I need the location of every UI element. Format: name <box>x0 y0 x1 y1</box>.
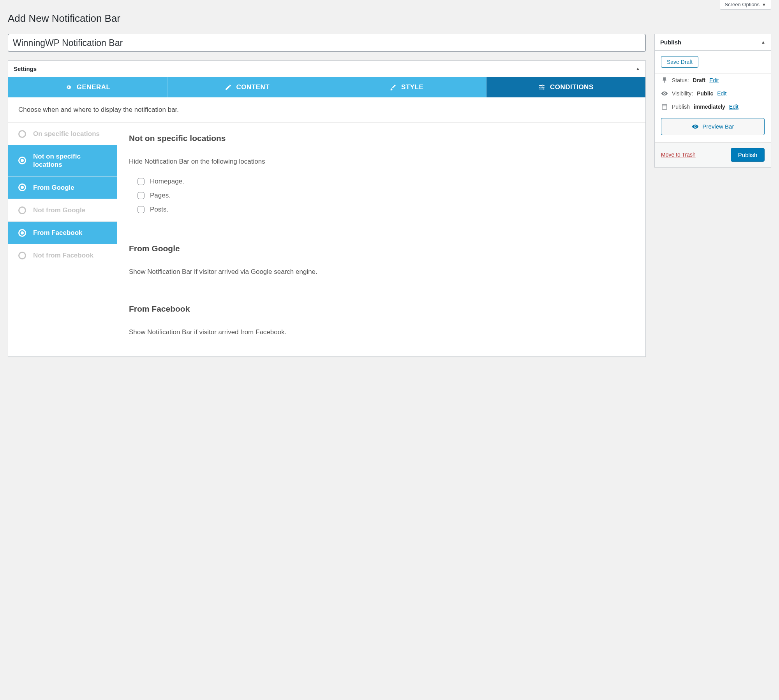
calendar-icon <box>661 103 668 110</box>
sidebar-item-from-facebook[interactable]: From Facebook <box>8 222 117 244</box>
section-heading: From Facebook <box>129 304 634 314</box>
preview-bar-label: Preview Bar <box>703 123 734 130</box>
eye-icon <box>661 90 668 97</box>
sidebar-item-label: Not from Google <box>33 206 85 214</box>
sidebar-item-not-on-locations[interactable]: Not on specific locations <box>8 145 117 176</box>
conditions-intro: Choose when and where to display the not… <box>8 97 645 123</box>
visibility-value: Public <box>697 90 713 97</box>
settings-panel-title: Settings <box>14 65 37 72</box>
chevron-down-icon: ▼ <box>762 2 766 7</box>
tab-conditions[interactable]: CONDITIONS <box>486 77 645 97</box>
checkbox-posts[interactable] <box>137 206 145 213</box>
tab-style[interactable]: STYLE <box>327 77 486 97</box>
eye-icon <box>692 123 699 130</box>
section-desc: Show Notification Bar if visitor arrived… <box>129 266 634 277</box>
tab-style-label: STYLE <box>401 83 423 91</box>
section-not-on-locations: Not on specific locations Hide Notificat… <box>129 134 634 217</box>
gear-icon <box>65 84 72 91</box>
radio-icon <box>18 252 26 259</box>
checkbox-homepage[interactable] <box>137 178 145 185</box>
edit-visibility-link[interactable]: Edit <box>717 90 726 97</box>
radio-icon <box>18 157 26 164</box>
move-to-trash-link[interactable]: Move to Trash <box>661 152 726 158</box>
collapse-icon: ▲ <box>761 40 765 44</box>
section-heading: From Google <box>129 244 634 253</box>
sidebar-item-label: On specific locations <box>33 130 100 138</box>
edit-schedule-link[interactable]: Edit <box>729 104 738 110</box>
sidebar-item-not-from-google[interactable]: Not from Google <box>8 199 117 222</box>
section-from-google: From Google Show Notification Bar if vis… <box>129 244 634 277</box>
publish-panel: Publish ▲ Save Draft Status: Draft Edit … <box>654 34 771 168</box>
section-desc: Show Notification Bar if visitor arrived… <box>129 327 634 337</box>
preview-bar-button[interactable]: Preview Bar <box>661 118 765 135</box>
tab-general[interactable]: GENERAL <box>8 77 167 97</box>
sidebar-item-label: Not from Facebook <box>33 251 93 259</box>
screen-options-button[interactable]: Screen Options ▼ <box>720 0 772 10</box>
radio-icon <box>18 183 26 191</box>
tab-content-label: CONTENT <box>236 83 270 91</box>
post-title-input[interactable] <box>8 34 646 52</box>
pencil-icon <box>225 84 232 91</box>
page-title: Add New Notification Bar <box>8 12 771 25</box>
sliders-icon <box>538 84 545 91</box>
sidebar-item-label: From Facebook <box>33 229 83 237</box>
sidebar-item-not-from-facebook[interactable]: Not from Facebook <box>8 244 117 267</box>
edit-status-link[interactable]: Edit <box>709 77 719 83</box>
brush-icon <box>390 84 397 91</box>
tab-general-label: GENERAL <box>77 83 111 91</box>
schedule-label: Publish <box>672 104 690 110</box>
settings-panel-header[interactable]: Settings ▲ <box>8 61 645 77</box>
screen-options-label: Screen Options <box>725 2 760 7</box>
checkbox-pages-label[interactable]: Pages. <box>150 192 171 199</box>
checkbox-homepage-label[interactable]: Homepage. <box>150 178 184 185</box>
collapse-icon: ▲ <box>636 66 640 71</box>
pin-icon <box>661 77 668 84</box>
tab-content[interactable]: CONTENT <box>167 77 327 97</box>
publish-button[interactable]: Publish <box>731 148 765 162</box>
status-value: Draft <box>693 77 706 83</box>
save-draft-button[interactable]: Save Draft <box>661 56 698 68</box>
status-row: Status: Draft Edit <box>655 74 771 87</box>
sidebar-item-on-locations[interactable]: On specific locations <box>8 123 117 145</box>
radio-icon <box>18 206 26 214</box>
checkbox-pages[interactable] <box>137 192 145 199</box>
visibility-label: Visibility: <box>672 90 693 97</box>
sidebar-item-from-google[interactable]: From Google <box>8 176 117 199</box>
schedule-value: immediately <box>694 104 725 110</box>
publish-panel-title: Publish <box>660 39 681 46</box>
section-from-facebook: From Facebook Show Notification Bar if v… <box>129 304 634 337</box>
publish-panel-header[interactable]: Publish ▲ <box>655 34 771 51</box>
conditions-side-nav: On specific locations Not on specific lo… <box>8 123 117 356</box>
radio-icon <box>18 229 26 237</box>
checkbox-posts-label[interactable]: Posts. <box>150 206 168 213</box>
section-desc: Hide Notification Bar on the following l… <box>129 156 634 167</box>
tab-conditions-label: CONDITIONS <box>550 83 594 91</box>
schedule-row: Publish immediately Edit <box>655 100 771 113</box>
status-label: Status: <box>672 77 689 83</box>
visibility-row: Visibility: Public Edit <box>655 87 771 100</box>
sidebar-item-label: From Google <box>33 183 74 192</box>
section-heading: Not on specific locations <box>129 134 634 143</box>
settings-panel: Settings ▲ GENERAL CONTENT <box>8 60 646 357</box>
sidebar-item-label: Not on specific locations <box>33 152 109 169</box>
radio-icon <box>18 130 26 138</box>
